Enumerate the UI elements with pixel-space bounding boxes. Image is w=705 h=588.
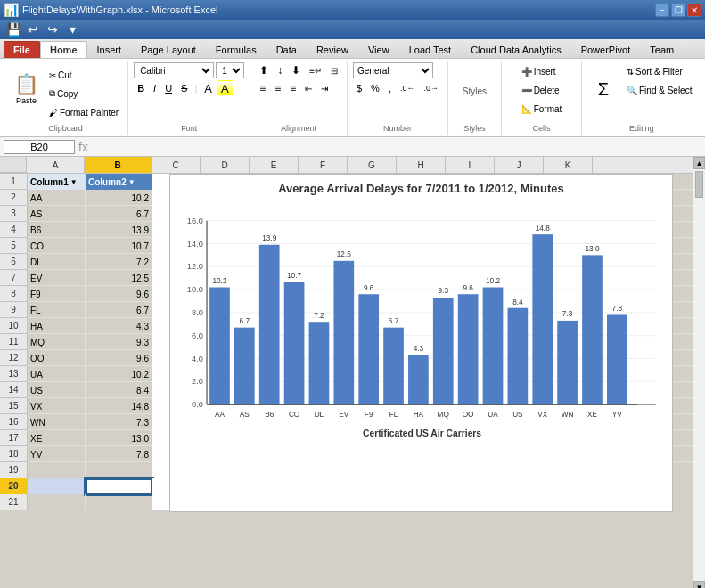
col-header-a[interactable]: A <box>27 157 85 173</box>
strikethrough-button[interactable]: S <box>177 80 191 96</box>
scrollbar-thumb[interactable] <box>695 171 703 198</box>
restore-button[interactable]: ❐ <box>671 3 685 17</box>
bold-button[interactable]: B <box>134 80 148 96</box>
row-header-15[interactable]: 15 <box>0 398 27 414</box>
cell-a12[interactable]: OO <box>28 350 86 366</box>
cell-b8[interactable]: 9.6 <box>86 286 152 302</box>
merge-center-button[interactable]: ⊟ <box>327 62 341 78</box>
row-header-17[interactable]: 17 <box>0 430 27 446</box>
cell-b4[interactable]: 13.9 <box>86 222 152 238</box>
underline-button[interactable]: U <box>161 80 176 96</box>
cell-b7[interactable]: 12.5 <box>86 270 152 286</box>
cell-a8[interactable]: F9 <box>28 286 86 302</box>
col-header-g[interactable]: G <box>348 157 397 173</box>
row-header-14[interactable]: 14 <box>0 382 27 398</box>
row-header-7[interactable]: 7 <box>0 270 27 286</box>
cell-a16[interactable]: WN <box>28 414 86 430</box>
cell-a3[interactable]: AS <box>28 206 86 222</box>
cell-b9[interactable]: 6.7 <box>86 302 152 318</box>
corner-cell[interactable] <box>0 157 27 173</box>
row-header-8[interactable]: 8 <box>0 286 27 302</box>
row-header-21[interactable]: 21 <box>0 494 27 510</box>
cell-a20[interactable] <box>28 478 86 494</box>
scrollbar-down-btn[interactable]: ▼ <box>693 581 705 588</box>
align-left-button[interactable]: ≡ <box>256 80 269 96</box>
tab-data[interactable]: Data <box>266 41 307 58</box>
tab-insert[interactable]: Insert <box>87 41 132 58</box>
row-header-12[interactable]: 12 <box>0 350 27 366</box>
row-header-10[interactable]: 10 <box>0 318 27 334</box>
cell-reference-box[interactable] <box>4 140 75 154</box>
row-header-11[interactable]: 11 <box>0 334 27 350</box>
cell-a11[interactable]: MQ <box>28 334 86 350</box>
row-header-18[interactable]: 18 <box>0 446 27 462</box>
cell-a13[interactable]: UA <box>28 366 86 382</box>
col-header-e[interactable]: E <box>250 157 299 173</box>
formula-input[interactable] <box>92 142 701 152</box>
cell-a6[interactable]: DL <box>28 254 86 270</box>
cell-a5[interactable]: CO <box>28 238 86 254</box>
cell-a19[interactable] <box>28 462 86 478</box>
cell-b15[interactable]: 14.8 <box>86 398 152 414</box>
tab-load-test[interactable]: Load Test <box>399 41 462 58</box>
quickaccess-dropdown-btn[interactable]: ▾ <box>64 21 80 37</box>
cell-b1[interactable]: Column2 ▼ <box>86 174 152 190</box>
cell-b5[interactable]: 10.7 <box>86 238 152 254</box>
cell-a17[interactable]: XE <box>28 430 86 446</box>
cell-b10[interactable]: 4.3 <box>86 318 152 334</box>
cell-a10[interactable]: HA <box>28 318 86 334</box>
cell-b19[interactable] <box>86 462 152 478</box>
col-header-b[interactable]: B <box>85 157 152 173</box>
align-top-button[interactable]: ⬆ <box>256 62 272 78</box>
increase-indent-button[interactable]: ⇥ <box>317 80 332 96</box>
copy-button[interactable]: ⧉ Copy <box>45 85 122 102</box>
tab-view[interactable]: View <box>358 41 399 58</box>
col-header-c[interactable]: C <box>152 157 201 173</box>
tab-cloud-analytics[interactable]: Cloud Data Analytics <box>461 41 571 58</box>
format-painter-button[interactable]: 🖌 Format Painter <box>45 103 122 121</box>
tab-formulas[interactable]: Formulas <box>206 41 266 58</box>
cell-b14[interactable]: 8.4 <box>86 382 152 398</box>
font-color-button[interactable]: A <box>201 80 216 96</box>
fill-color-button[interactable]: A <box>217 80 233 96</box>
cell-a1[interactable]: Column1 ▼ <box>28 174 86 190</box>
cell-b12[interactable]: 9.6 <box>86 350 152 366</box>
cell-a21[interactable] <box>28 494 86 510</box>
tab-review[interactable]: Review <box>307 41 358 58</box>
sort-filter-button[interactable]: ⇅ Sort & Filter <box>623 62 695 80</box>
autosum-button[interactable]: Σ <box>587 62 619 116</box>
format-button[interactable]: 📐 Format <box>518 100 566 118</box>
decrease-decimal-button[interactable]: .0← <box>397 80 419 96</box>
cut-button[interactable]: ✂ Cut <box>45 66 122 84</box>
cell-a9[interactable]: FL <box>28 302 86 318</box>
row-header-3[interactable]: 3 <box>0 206 27 222</box>
italic-button[interactable]: I <box>150 80 160 96</box>
col-header-j[interactable]: J <box>495 157 544 173</box>
cell-b2[interactable]: 10.2 <box>86 190 152 206</box>
decrease-indent-button[interactable]: ⇤ <box>301 80 316 96</box>
cell-a7[interactable]: EV <box>28 270 86 286</box>
font-size-select[interactable]: 11 <box>216 62 244 78</box>
align-center-button[interactable]: ≡ <box>271 80 284 96</box>
row-header-2[interactable]: 2 <box>0 190 27 206</box>
row-header-1[interactable]: 1 <box>0 174 27 190</box>
cell-b16[interactable]: 7.3 <box>86 414 152 430</box>
insert-button[interactable]: ➕ Insert <box>518 62 560 80</box>
number-format-select[interactable]: General <box>353 62 433 78</box>
row-header-4[interactable]: 4 <box>0 222 27 238</box>
close-button[interactable]: ✕ <box>687 3 701 17</box>
comma-button[interactable]: , <box>385 80 395 96</box>
paste-button[interactable]: 📋 Paste <box>9 62 44 116</box>
row-header-19[interactable]: 19 <box>0 462 27 478</box>
align-right-button[interactable]: ≡ <box>286 80 299 96</box>
cell-b3[interactable]: 6.7 <box>86 206 152 222</box>
row-header-9[interactable]: 9 <box>0 302 27 318</box>
minimize-button[interactable]: − <box>655 3 669 17</box>
cell-b11[interactable]: 9.3 <box>86 334 152 350</box>
increase-decimal-button[interactable]: .0→ <box>420 80 442 96</box>
cell-b17[interactable]: 13.0 <box>86 430 152 446</box>
col-header-i[interactable]: I <box>446 157 495 173</box>
cell-a14[interactable]: US <box>28 382 86 398</box>
tab-page-layout[interactable]: Page Layout <box>131 41 206 58</box>
cell-a15[interactable]: VX <box>28 398 86 414</box>
